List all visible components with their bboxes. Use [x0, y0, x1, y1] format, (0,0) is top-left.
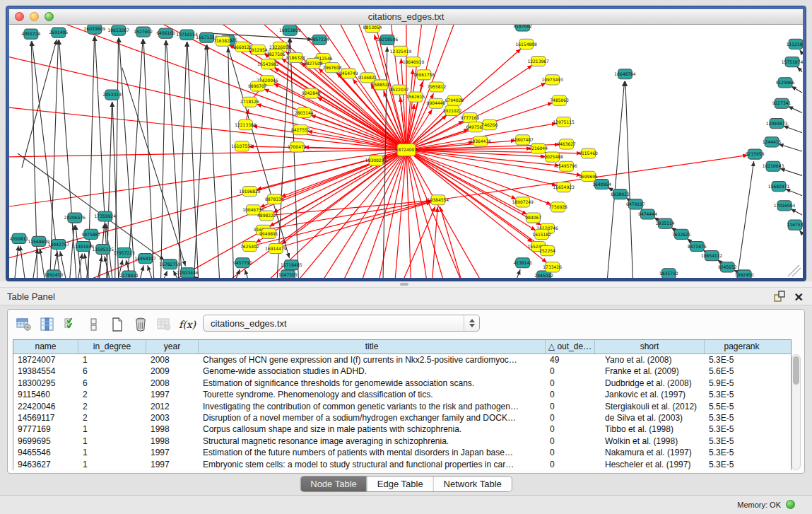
table-cell[interactable]: Nakamura et al. (1997): [595, 447, 705, 458]
graph-node[interactable]: 2935114: [656, 218, 675, 228]
graph-node[interactable]: 17359924: [95, 211, 117, 221]
graph-node[interactable]: 9827506: [266, 49, 286, 59]
graph-node[interactable]: 16961758: [413, 70, 435, 80]
graph-node[interactable]: 10654112: [701, 251, 723, 261]
graph-node[interactable]: 10025488: [541, 152, 563, 162]
graph-node[interactable]: 8522037: [390, 85, 409, 95]
graph-node[interactable]: 1047503: [278, 270, 298, 278]
graph-node[interactable]: 8471676: [688, 241, 707, 251]
graph-node[interactable]: 16107552: [231, 141, 253, 151]
table-row[interactable]: 1830029562008Estimation of significance …: [13, 378, 791, 389]
table-cell[interactable]: 1: [78, 447, 146, 458]
show-columns-icon[interactable]: [37, 315, 58, 334]
delete-column-icon[interactable]: [130, 315, 151, 334]
memory-status-indicator[interactable]: [786, 500, 795, 509]
table-cell[interactable]: Tourette syndrome. Phenomenology and cla…: [199, 389, 546, 400]
table-vertical-scrollbar[interactable]: [792, 354, 801, 470]
table-cell[interactable]: 0: [546, 378, 595, 389]
graph-node[interactable]: 11451944: [73, 241, 95, 251]
table-cell[interactable]: 5.3E-5: [705, 447, 779, 458]
table-cell[interactable]: Estimation of significance thresholds fo…: [199, 378, 546, 389]
graph-node[interactable]: 12325419: [390, 46, 412, 56]
graph-node[interactable]: 6479197: [626, 199, 645, 209]
graph-node[interactable]: 8454749: [339, 69, 358, 78]
table-cell[interactable]: 9463627: [13, 459, 78, 470]
graph-node[interactable]: 12213389: [235, 120, 257, 130]
table-row[interactable]: 911546021997Tourette syndrome. Phenomeno…: [13, 389, 791, 400]
graph-node[interactable]: 16154808: [515, 39, 537, 49]
close-window-button[interactable]: [15, 12, 24, 21]
scrollbar-thumb[interactable]: [793, 356, 799, 385]
table-cell[interactable]: 6: [78, 366, 146, 377]
graph-node[interactable]: 9463627: [557, 139, 576, 149]
table-cell[interactable]: 5.3E-5: [705, 424, 779, 435]
table-cell[interactable]: Corpus callosum shape and size in male p…: [199, 424, 546, 435]
graph-node[interactable]: 6466160: [156, 28, 175, 38]
table-cell[interactable]: 2: [78, 412, 146, 424]
table-row[interactable]: 946554611997Estimation of the future num…: [13, 447, 791, 458]
table-cell[interactable]: Hescheler et al. (1997): [595, 459, 705, 470]
table-cell[interactable]: 6: [78, 378, 146, 389]
table-cell[interactable]: 1997: [146, 447, 199, 458]
graph-node[interactable]: 7485063: [550, 95, 569, 105]
graph-node[interactable]: 16033809: [84, 25, 106, 34]
graph-node[interactable]: 8427552: [291, 125, 310, 135]
graph-node[interactable]: 17957223: [113, 248, 135, 258]
graph-node[interactable]: 7163822: [213, 36, 233, 46]
table-cell[interactable]: 5.3E-5: [705, 459, 779, 470]
function-builder-icon[interactable]: f(x): [177, 315, 198, 334]
panel-splitter[interactable]: [0, 281, 812, 287]
table-cell[interactable]: 2009: [146, 366, 199, 377]
table-row[interactable]: 1938455462009Genome-wide association stu…: [13, 366, 791, 377]
graph-node[interactable]: 8187682: [513, 25, 532, 31]
graph-node[interactable]: 746266: [481, 120, 498, 130]
table-cell[interactable]: 2008: [146, 354, 199, 366]
graph-node[interactable]: 16210643: [763, 161, 784, 171]
graph-node[interactable]: 4055724: [22, 29, 41, 39]
table-cell[interactable]: 0: [546, 366, 595, 377]
graph-node[interactable]: 15751074: [782, 57, 803, 67]
float-panel-icon[interactable]: [774, 291, 786, 305]
graph-node[interactable]: 2718126: [240, 97, 259, 107]
minimize-window-button[interactable]: [30, 12, 39, 21]
delete-table-icon[interactable]: [153, 315, 175, 334]
table-cell[interactable]: 49: [546, 354, 595, 366]
graph-node[interactable]: 9949891: [259, 228, 278, 238]
table-cell[interactable]: Estimation of the future numbers of pati…: [199, 447, 546, 458]
table-cell[interactable]: 1998: [146, 424, 199, 435]
table-cell[interactable]: 1: [78, 436, 146, 447]
table-cell[interactable]: Wolkin et al. (1998): [595, 436, 705, 447]
table-cell[interactable]: Dudbridge et al. (2008): [595, 378, 705, 389]
graph-node[interactable]: 9245652: [718, 262, 737, 272]
table-cell[interactable]: 1997: [146, 389, 199, 400]
table-cell[interactable]: Investigating the contribution of common…: [199, 401, 546, 412]
graph-node[interactable]: 9896707: [248, 81, 267, 91]
table-cell[interactable]: Jankovic et al. (1997): [595, 389, 705, 400]
graph-node[interactable]: 10719154: [176, 30, 198, 40]
table-cell[interactable]: 0: [546, 389, 595, 400]
table-cell[interactable]: 0: [546, 447, 595, 458]
graph-node[interactable]: 1244415: [763, 137, 782, 147]
graph-node[interactable]: 7756928: [548, 202, 567, 212]
graph-node[interactable]: 10653287: [108, 25, 130, 35]
table-cell[interactable]: 5.3E-5: [705, 389, 779, 400]
table-cell[interactable]: 2: [78, 389, 146, 400]
graph-node[interactable]: 1733426: [543, 262, 562, 272]
table-cell[interactable]: 19384554: [13, 366, 78, 377]
graph-node[interactable]: 252254: [539, 245, 555, 255]
graph-node[interactable]: 12923446: [177, 268, 199, 278]
graph-node[interactable]: 2053314: [102, 90, 122, 100]
table-row[interactable]: 1872400712008Changes of HCN gene express…: [13, 354, 791, 366]
graph-node[interactable]: 7955812: [428, 82, 447, 92]
graph-node[interactable]: 2691406: [49, 28, 69, 37]
table-cell[interactable]: 0: [546, 436, 595, 447]
graph-node[interactable]: 15692971: [768, 181, 790, 191]
table-cell[interactable]: Structural magnetic resonance image aver…: [199, 436, 546, 447]
table-cell[interactable]: 1: [78, 424, 146, 435]
table-cell[interactable]: 0: [546, 401, 595, 412]
graph-node[interactable]: 4350811: [10, 233, 29, 243]
graph-node[interactable]: 4898222: [257, 211, 276, 221]
table-cell[interactable]: 5.3E-5: [705, 412, 779, 424]
graph-node[interactable]: 9115460: [579, 148, 598, 158]
graph-node[interactable]: 16782759: [159, 259, 181, 269]
